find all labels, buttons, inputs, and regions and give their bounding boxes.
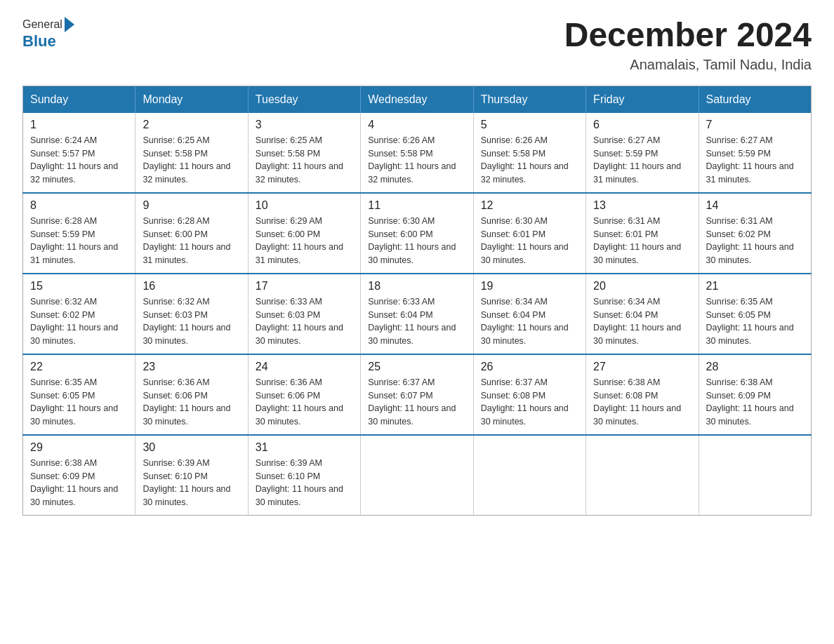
day-info: Sunrise: 6:30 AMSunset: 6:00 PMDaylight:…: [368, 215, 465, 267]
calendar-cell: 16Sunrise: 6:32 AMSunset: 6:03 PMDayligh…: [135, 274, 248, 354]
day-number: 6: [593, 119, 691, 131]
calendar-cell: 4Sunrise: 6:26 AMSunset: 5:58 PMDaylight…: [361, 113, 473, 193]
calendar-week-row: 15Sunrise: 6:32 AMSunset: 6:02 PMDayligh…: [23, 274, 812, 354]
page-header: General Blue December 2024 Anamalais, Ta…: [22, 17, 812, 73]
day-info: Sunrise: 6:26 AMSunset: 5:58 PMDaylight:…: [481, 134, 578, 187]
day-number: 4: [368, 119, 465, 131]
day-info: Sunrise: 6:38 AMSunset: 6:09 PMDaylight:…: [30, 457, 128, 509]
calendar-cell: 2Sunrise: 6:25 AMSunset: 5:58 PMDaylight…: [135, 113, 248, 193]
day-info: Sunrise: 6:27 AMSunset: 5:59 PMDaylight:…: [706, 134, 804, 187]
calendar-cell: 3Sunrise: 6:25 AMSunset: 5:58 PMDaylight…: [248, 113, 360, 193]
day-number: 30: [143, 441, 240, 454]
day-number: 31: [256, 441, 353, 454]
title-section: December 2024 Anamalais, Tamil Nadu, Ind…: [564, 17, 812, 73]
calendar-cell: 27Sunrise: 6:38 AMSunset: 6:08 PMDayligh…: [586, 354, 699, 435]
day-number: 14: [706, 199, 804, 212]
day-info: Sunrise: 6:38 AMSunset: 6:08 PMDaylight:…: [593, 376, 691, 429]
logo-arrow-icon: [65, 17, 74, 32]
day-number: 27: [593, 361, 691, 373]
calendar-cell: 23Sunrise: 6:36 AMSunset: 6:06 PMDayligh…: [135, 354, 248, 435]
calendar-cell: 28Sunrise: 6:38 AMSunset: 6:09 PMDayligh…: [699, 354, 811, 435]
col-header-saturday: Saturday: [699, 86, 811, 113]
calendar-header-row: SundayMondayTuesdayWednesdayThursdayFrid…: [23, 86, 812, 113]
calendar-cell: 13Sunrise: 6:31 AMSunset: 6:01 PMDayligh…: [586, 193, 699, 274]
calendar-week-row: 8Sunrise: 6:28 AMSunset: 5:59 PMDaylight…: [23, 193, 812, 274]
day-number: 21: [706, 280, 804, 293]
calendar-cell: 6Sunrise: 6:27 AMSunset: 5:59 PMDaylight…: [586, 113, 699, 193]
calendar-cell: [473, 435, 585, 516]
month-title: December 2024: [564, 17, 812, 54]
day-number: 26: [481, 361, 578, 373]
logo-general-text: General: [22, 18, 62, 31]
day-info: Sunrise: 6:31 AMSunset: 6:02 PMDaylight:…: [706, 215, 804, 267]
location-text: Anamalais, Tamil Nadu, India: [564, 57, 812, 73]
day-info: Sunrise: 6:39 AMSunset: 6:10 PMDaylight:…: [143, 457, 240, 509]
calendar-cell: 18Sunrise: 6:33 AMSunset: 6:04 PMDayligh…: [361, 274, 473, 354]
day-info: Sunrise: 6:37 AMSunset: 6:08 PMDaylight:…: [481, 376, 578, 429]
day-number: 9: [143, 199, 240, 212]
day-info: Sunrise: 6:25 AMSunset: 5:58 PMDaylight:…: [143, 134, 240, 187]
calendar-cell: [699, 435, 811, 516]
calendar-week-row: 22Sunrise: 6:35 AMSunset: 6:05 PMDayligh…: [23, 354, 812, 435]
calendar-cell: [361, 435, 473, 516]
calendar-cell: 25Sunrise: 6:37 AMSunset: 6:07 PMDayligh…: [361, 354, 473, 435]
day-number: 20: [593, 280, 691, 293]
day-info: Sunrise: 6:36 AMSunset: 6:06 PMDaylight:…: [143, 376, 240, 429]
calendar-table: SundayMondayTuesdayWednesdayThursdayFrid…: [22, 86, 812, 516]
day-number: 28: [706, 361, 804, 373]
day-info: Sunrise: 6:26 AMSunset: 5:58 PMDaylight:…: [368, 134, 465, 187]
day-number: 1: [30, 119, 128, 131]
calendar-cell: 20Sunrise: 6:34 AMSunset: 6:04 PMDayligh…: [586, 274, 699, 354]
day-number: 12: [481, 199, 578, 212]
day-info: Sunrise: 6:25 AMSunset: 5:58 PMDaylight:…: [256, 134, 353, 187]
day-info: Sunrise: 6:39 AMSunset: 6:10 PMDaylight:…: [256, 457, 353, 509]
day-info: Sunrise: 6:35 AMSunset: 6:05 PMDaylight:…: [30, 376, 128, 429]
day-number: 15: [30, 280, 128, 293]
col-header-thursday: Thursday: [473, 86, 585, 113]
day-info: Sunrise: 6:24 AMSunset: 5:57 PMDaylight:…: [30, 134, 128, 187]
day-number: 17: [256, 280, 353, 293]
day-number: 18: [368, 280, 465, 293]
col-header-sunday: Sunday: [23, 86, 135, 113]
col-header-tuesday: Tuesday: [248, 86, 360, 113]
calendar-cell: 1Sunrise: 6:24 AMSunset: 5:57 PMDaylight…: [23, 113, 135, 193]
day-number: 13: [593, 199, 691, 212]
day-info: Sunrise: 6:36 AMSunset: 6:06 PMDaylight:…: [256, 376, 353, 429]
calendar-cell: 8Sunrise: 6:28 AMSunset: 5:59 PMDaylight…: [23, 193, 135, 274]
day-number: 25: [368, 361, 465, 373]
calendar-cell: 24Sunrise: 6:36 AMSunset: 6:06 PMDayligh…: [248, 354, 360, 435]
day-info: Sunrise: 6:34 AMSunset: 6:04 PMDaylight:…: [593, 295, 691, 348]
calendar-cell: 15Sunrise: 6:32 AMSunset: 6:02 PMDayligh…: [23, 274, 135, 354]
logo: General Blue: [22, 17, 74, 51]
calendar-cell: 9Sunrise: 6:28 AMSunset: 6:00 PMDaylight…: [135, 193, 248, 274]
calendar-cell: 31Sunrise: 6:39 AMSunset: 6:10 PMDayligh…: [248, 435, 360, 516]
col-header-monday: Monday: [135, 86, 248, 113]
calendar-cell: 17Sunrise: 6:33 AMSunset: 6:03 PMDayligh…: [248, 274, 360, 354]
calendar-cell: 30Sunrise: 6:39 AMSunset: 6:10 PMDayligh…: [135, 435, 248, 516]
day-number: 5: [481, 119, 578, 131]
day-number: 10: [256, 199, 353, 212]
calendar-cell: 12Sunrise: 6:30 AMSunset: 6:01 PMDayligh…: [473, 193, 585, 274]
day-info: Sunrise: 6:38 AMSunset: 6:09 PMDaylight:…: [706, 376, 804, 429]
calendar-cell: [586, 435, 699, 516]
day-info: Sunrise: 6:34 AMSunset: 6:04 PMDaylight:…: [481, 295, 578, 348]
day-number: 29: [30, 441, 128, 454]
day-info: Sunrise: 6:29 AMSunset: 6:00 PMDaylight:…: [256, 215, 353, 267]
calendar-cell: 21Sunrise: 6:35 AMSunset: 6:05 PMDayligh…: [699, 274, 811, 354]
calendar-week-row: 1Sunrise: 6:24 AMSunset: 5:57 PMDaylight…: [23, 113, 812, 193]
day-number: 3: [256, 119, 353, 131]
day-info: Sunrise: 6:27 AMSunset: 5:59 PMDaylight:…: [593, 134, 691, 187]
day-number: 24: [256, 361, 353, 373]
day-number: 11: [368, 199, 465, 212]
day-info: Sunrise: 6:35 AMSunset: 6:05 PMDaylight:…: [706, 295, 804, 348]
calendar-cell: 29Sunrise: 6:38 AMSunset: 6:09 PMDayligh…: [23, 435, 135, 516]
day-number: 23: [143, 361, 240, 373]
day-number: 19: [481, 280, 578, 293]
day-info: Sunrise: 6:28 AMSunset: 5:59 PMDaylight:…: [30, 215, 128, 267]
day-number: 22: [30, 361, 128, 373]
day-number: 2: [143, 119, 240, 131]
calendar-cell: 10Sunrise: 6:29 AMSunset: 6:00 PMDayligh…: [248, 193, 360, 274]
col-header-wednesday: Wednesday: [361, 86, 473, 113]
calendar-week-row: 29Sunrise: 6:38 AMSunset: 6:09 PMDayligh…: [23, 435, 812, 516]
day-info: Sunrise: 6:32 AMSunset: 6:02 PMDaylight:…: [30, 295, 128, 348]
